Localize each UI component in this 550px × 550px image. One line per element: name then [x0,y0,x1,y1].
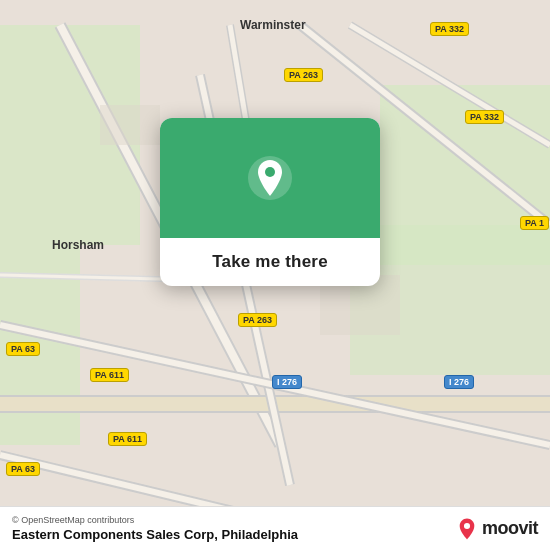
road-label-pa1-right: PA 1 [520,216,549,230]
city-label-warminster: Warminster [240,18,306,32]
road-label-pa611-left: PA 611 [90,368,129,382]
road-label-pa263-lower: PA 263 [238,313,277,327]
svg-point-27 [464,522,470,528]
road-label-i276-right: I 276 [444,375,474,389]
take-me-there-button[interactable]: Take me there [212,252,328,272]
popup-button-section[interactable]: Take me there [160,238,380,286]
moovit-brand-text: moovit [482,518,538,539]
road-label-pa332-right: PA 332 [465,110,504,124]
road-label-pa611-bottom: PA 611 [108,432,147,446]
road-label-pa63-bottom: PA 63 [6,462,40,476]
road-label-i276-center: I 276 [272,375,302,389]
bottom-bar: © OpenStreetMap contributors Eastern Com… [0,506,550,550]
location-name: Eastern Components Sales Corp, Philadelp… [12,527,298,542]
svg-point-26 [265,167,275,177]
moovit-logo: moovit [456,518,538,540]
attribution-text: © OpenStreetMap contributors [12,515,298,525]
popup-map-section [160,118,380,238]
city-label-horsham: Horsham [52,238,104,252]
popup-card: Take me there [160,118,380,286]
map-container: Warminster Horsham PA 332 PA 263 PA 332 … [0,0,550,550]
moovit-pin-icon [456,518,478,540]
location-pin-icon [246,154,294,202]
svg-rect-19 [100,105,160,145]
road-label-pa263-mid: PA 263 [284,68,323,82]
road-label-pa63-left: PA 63 [6,342,40,356]
bottom-info: © OpenStreetMap contributors Eastern Com… [12,515,298,542]
road-label-pa332-top: PA 332 [430,22,469,36]
